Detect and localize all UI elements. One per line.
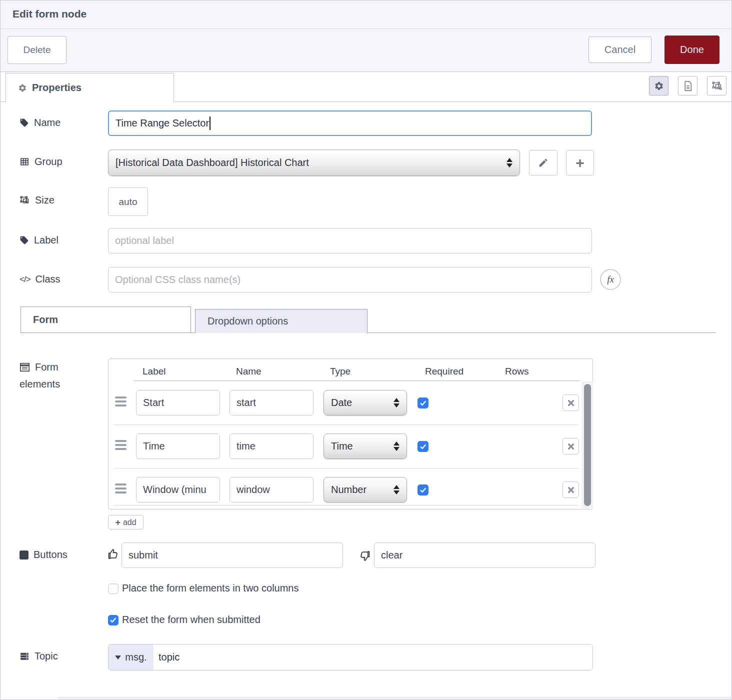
drag-handle-icon[interactable] xyxy=(115,484,126,494)
required-checkbox[interactable] xyxy=(418,398,428,408)
description-view-button[interactable] xyxy=(678,76,698,96)
element-name-input[interactable] xyxy=(230,434,314,459)
cancel-button[interactable]: Cancel xyxy=(588,36,652,63)
element-type-select[interactable]: Number xyxy=(324,477,407,502)
button-square-icon xyxy=(20,550,28,560)
plus-icon: + xyxy=(576,154,584,172)
fx-expression-button[interactable]: fx xyxy=(600,269,621,290)
table-scrollbar[interactable] xyxy=(582,381,593,508)
remove-row-button[interactable] xyxy=(562,482,579,498)
table-row: Time xyxy=(108,424,582,468)
checkmark-icon xyxy=(420,400,427,407)
checkmark-icon xyxy=(110,616,117,624)
element-type-select[interactable]: Date xyxy=(324,390,407,416)
select-arrows-icon xyxy=(506,158,512,168)
clear-button-label-input[interactable] xyxy=(374,542,596,568)
size-frame-icon xyxy=(20,195,30,206)
element-label-input[interactable] xyxy=(136,434,220,459)
select-arrows-icon xyxy=(394,398,400,408)
scrollbar-thumb[interactable] xyxy=(584,384,591,506)
close-icon xyxy=(568,486,574,494)
appearance-view-button[interactable] xyxy=(707,76,726,96)
checkmark-icon xyxy=(420,443,427,450)
column-header-rows: Rows xyxy=(505,366,529,377)
select-arrows-icon xyxy=(394,485,400,494)
fx-icon: fx xyxy=(607,274,614,285)
two-columns-checkbox[interactable] xyxy=(108,584,118,594)
tab-properties[interactable]: Properties xyxy=(6,73,174,102)
add-group-button[interactable]: + xyxy=(566,150,594,176)
checkmark-icon xyxy=(420,486,427,494)
topic-value-input[interactable] xyxy=(154,644,592,670)
label-input[interactable] xyxy=(108,228,592,254)
close-icon xyxy=(568,443,574,450)
required-checkbox[interactable] xyxy=(418,441,428,452)
form-elements-table: Label Name Type Required Rows Date xyxy=(108,358,593,510)
pencil-icon xyxy=(538,158,548,168)
element-name-input[interactable] xyxy=(230,390,314,416)
add-element-button[interactable]: + add xyxy=(108,515,144,530)
code-icon: </> xyxy=(20,274,30,284)
tag-icon xyxy=(20,236,29,245)
dialog-toolbar: Delete Cancel Done xyxy=(0,29,732,72)
subtab-divider xyxy=(20,332,716,333)
group-select[interactable]: [Historical Data Dashboard] Historical C… xyxy=(108,150,520,176)
delete-button[interactable]: Delete xyxy=(8,36,66,64)
document-icon xyxy=(683,80,693,92)
thumb-down-icon xyxy=(358,549,372,562)
class-field-label: </> Class xyxy=(20,274,60,285)
size-auto-button[interactable]: auto xyxy=(108,188,148,216)
column-header-name: Name xyxy=(236,366,262,377)
name-field-label: Name xyxy=(20,117,60,128)
table-row: Date xyxy=(108,381,582,424)
close-icon xyxy=(568,400,574,406)
column-header-label: Label xyxy=(142,366,166,377)
dialog-header: Edit form node xyxy=(0,0,732,29)
column-header-required: Required xyxy=(425,366,464,377)
edit-group-button[interactable] xyxy=(529,150,558,176)
thumb-up-icon xyxy=(106,548,120,561)
tag-icon xyxy=(20,118,29,128)
row-divider xyxy=(114,505,578,506)
edit-form-node-dialog: Edit form node Delete Cancel Done Proper… xyxy=(0,0,732,700)
column-header-type: Type xyxy=(330,366,350,377)
done-button[interactable]: Done xyxy=(664,36,720,64)
drag-handle-icon[interactable] xyxy=(115,396,126,406)
name-input[interactable]: Time Range Selector xyxy=(108,110,592,136)
reset-on-submit-label: Reset the form when submitted xyxy=(122,614,260,626)
remove-row-button[interactable] xyxy=(562,394,579,411)
frame-icon xyxy=(712,80,722,92)
form-elements-label: Form xyxy=(20,362,58,373)
group-field-label: Group xyxy=(20,156,62,168)
select-arrows-icon xyxy=(394,442,400,451)
topic-field-label: Topic xyxy=(20,650,58,662)
drag-handle-icon[interactable] xyxy=(115,440,126,450)
remove-row-button[interactable] xyxy=(562,438,579,454)
chevron-down-icon xyxy=(115,656,121,660)
topic-type-select[interactable]: msg. xyxy=(108,644,154,670)
element-type-select[interactable]: Time xyxy=(324,434,407,459)
reset-on-submit-checkbox[interactable] xyxy=(108,615,118,626)
gear-icon xyxy=(654,81,664,91)
buttons-field-label: Buttons xyxy=(20,549,68,560)
topic-typed-input: msg. xyxy=(108,644,593,670)
clipped-bottom-element xyxy=(58,697,732,700)
tab-properties-label: Properties xyxy=(32,82,82,94)
element-label-input[interactable] xyxy=(136,477,220,502)
table-icon xyxy=(20,157,30,166)
properties-view-button[interactable] xyxy=(649,76,668,96)
list-box-icon xyxy=(20,362,30,372)
gear-icon xyxy=(18,84,27,92)
dialog-title: Edit form node xyxy=(12,8,86,20)
class-input[interactable] xyxy=(108,267,592,292)
tab-dropdown-options[interactable]: Dropdown options xyxy=(195,309,368,333)
submit-button-label-input[interactable] xyxy=(122,542,343,568)
tab-form[interactable]: Form xyxy=(20,306,191,332)
element-label-input[interactable] xyxy=(136,390,220,416)
size-field-label: Size xyxy=(20,194,54,206)
label-field-label: Label xyxy=(20,234,58,246)
text-cursor xyxy=(210,116,210,130)
stack-icon xyxy=(20,652,30,661)
required-checkbox[interactable] xyxy=(418,484,428,496)
element-name-input[interactable] xyxy=(230,477,314,502)
